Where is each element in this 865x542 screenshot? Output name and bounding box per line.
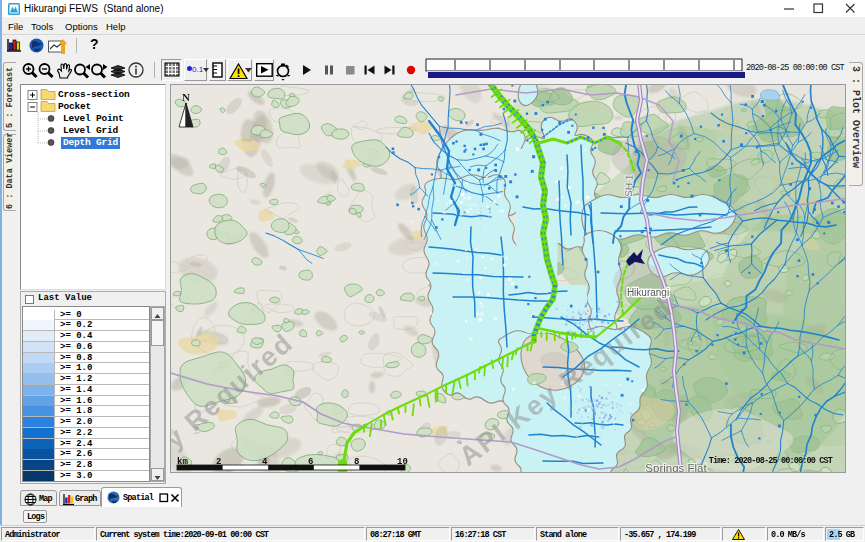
svg-text:Time: 2020-08-25 00:00:00 CST: Time: 2020-08-25 00:00:00 CST <box>709 456 833 466</box>
svg-text:SH 1: SH 1 <box>623 174 635 197</box>
svg-text:Hikurangi: Hikurangi <box>627 287 669 298</box>
svg-text:N: N <box>182 91 190 103</box>
svg-text:Springs Flat: Springs Flat <box>645 462 707 473</box>
